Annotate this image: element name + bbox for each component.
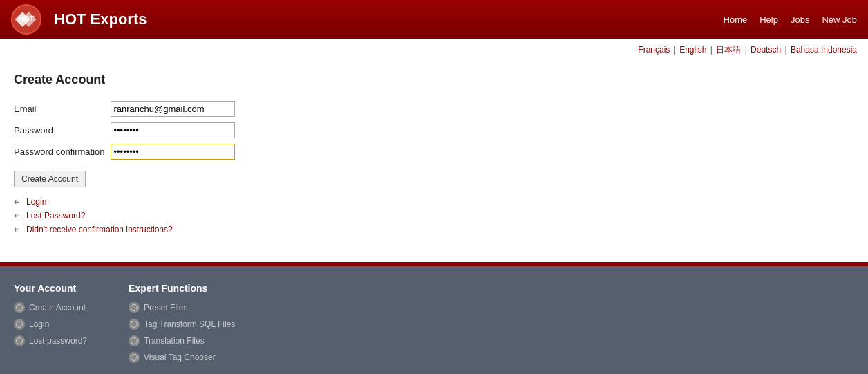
login-label: Login [26, 197, 46, 207]
list-item: Preset Files [129, 302, 235, 313]
logo-svg: HOT [12, 4, 40, 35]
submit-container: Create Account [14, 162, 854, 187]
lang-sep-1: | [674, 45, 678, 55]
nav-new-job[interactable]: New Job [822, 15, 857, 25]
create-account-icon [14, 302, 25, 313]
email-field[interactable] [111, 101, 235, 117]
footer-lost-password-link[interactable]: Lost password? [14, 335, 87, 346]
lang-sep-3: | [745, 45, 749, 55]
preset-files-label: Preset Files [144, 303, 187, 312]
password-field[interactable] [111, 122, 235, 138]
translation-icon [129, 335, 140, 346]
footer-visual-tag-link[interactable]: Visual Tag Chooser [129, 352, 235, 363]
page-title: Create Account [14, 73, 854, 87]
visual-tag-label: Visual Tag Chooser [144, 353, 216, 362]
expert-functions-list: Preset Files Tag Transform SQL Files Tra… [129, 302, 235, 363]
email-row: Email [14, 98, 239, 120]
no-confirmation-link[interactable]: ↵ Didn't receive confirmation instructio… [14, 225, 854, 234]
logo-area: HOT HOT Exports [11, 4, 147, 35]
login-link[interactable]: ↵ Login [14, 197, 854, 207]
list-item: Login [14, 319, 87, 330]
password-row: Password [14, 120, 239, 141]
lang-english[interactable]: English [679, 45, 706, 55]
lang-francais[interactable]: Français [638, 45, 670, 55]
your-account-list: Create Account Login Lost password? [14, 302, 87, 346]
lang-deutsch[interactable]: Deutsch [751, 45, 781, 55]
lost-password-link[interactable]: ↵ Lost Password? [14, 211, 854, 221]
footer-your-account: Your Account Create Account Login [14, 283, 87, 363]
password-conf-label: Password confirmation [14, 141, 111, 162]
footer-tag-transform-link[interactable]: Tag Transform SQL Files [129, 319, 235, 330]
header: HOT HOT Exports Home Help Jobs New Job [0, 0, 868, 39]
form-table: Email Password Password confirmation [14, 98, 239, 162]
password-label: Password [14, 120, 111, 141]
no-confirmation-arrow-icon: ↵ [14, 225, 23, 234]
footer-create-account-link[interactable]: Create Account [14, 302, 87, 313]
password-conf-row: Password confirmation [14, 141, 239, 162]
svg-text:HOT: HOT [19, 15, 35, 23]
expert-functions-title: Expert Functions [129, 283, 235, 294]
footer-login-label: Login [29, 319, 49, 329]
create-account-form: Email Password Password confirmation Cre… [14, 98, 854, 187]
footer-login-link[interactable]: Login [14, 319, 87, 330]
list-item: Visual Tag Chooser [129, 352, 235, 363]
create-account-button[interactable]: Create Account [14, 171, 86, 187]
preset-files-icon [129, 302, 140, 313]
main-content: Create Account Email Password Password c… [0, 62, 868, 262]
footer-columns: Your Account Create Account Login [14, 283, 854, 363]
footer-login-icon [14, 319, 25, 330]
lost-password-label: Lost Password? [26, 211, 85, 221]
no-confirmation-label: Didn't receive confirmation instructions… [26, 225, 173, 234]
footer-lost-password-label: Lost password? [29, 336, 87, 346]
language-bar: Français | English | 日本語 | Deutsch | Bah… [0, 39, 868, 62]
footer-expert-functions: Expert Functions Preset Files Tag Transf… [129, 283, 235, 363]
lang-bahasa[interactable]: Bahasa Indonesia [791, 45, 857, 55]
footer-translation-link[interactable]: Translation Files [129, 335, 235, 346]
nav-help[interactable]: Help [760, 15, 778, 25]
footer-lost-password-icon [14, 335, 25, 346]
login-arrow-icon: ↵ [14, 197, 23, 207]
tag-transform-label: Tag Transform SQL Files [144, 319, 235, 329]
visual-tag-icon [129, 352, 140, 363]
logo-circle: HOT [11, 4, 41, 35]
your-account-title: Your Account [14, 283, 87, 294]
translation-label: Translation Files [144, 336, 205, 346]
site-title: HOT Exports [54, 10, 147, 28]
list-item: Translation Files [129, 335, 235, 346]
list-item: Tag Transform SQL Files [129, 319, 235, 330]
email-label: Email [14, 98, 111, 120]
password-confirmation-field[interactable] [111, 144, 235, 160]
list-item: Create Account [14, 302, 87, 313]
tag-transform-icon [129, 319, 140, 330]
footer-preset-files-link[interactable]: Preset Files [129, 302, 235, 313]
lang-sep-2: | [710, 45, 715, 55]
links-section: ↵ Login ↵ Lost Password? ↵ Didn't receiv… [14, 197, 854, 234]
list-item: Lost password? [14, 335, 87, 346]
lost-password-arrow-icon: ↵ [14, 211, 23, 221]
lang-sep-4: | [784, 45, 789, 55]
main-nav: Home Help Jobs New Job [724, 15, 857, 25]
lang-japanese[interactable]: 日本語 [716, 45, 741, 55]
footer: Your Account Create Account Login [0, 266, 868, 374]
nav-home[interactable]: Home [724, 15, 748, 25]
footer-create-account-label: Create Account [29, 303, 86, 312]
nav-jobs[interactable]: Jobs [791, 15, 809, 25]
